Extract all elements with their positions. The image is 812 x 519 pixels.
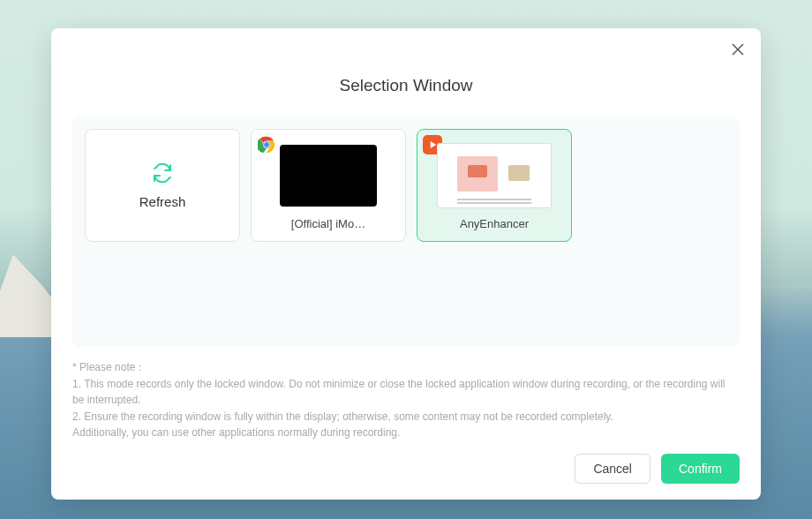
note-line-2: 2. Ensure the recording window is fully … (72, 409, 740, 425)
refresh-icon (152, 162, 173, 184)
window-label: AnyEnhancer (460, 217, 529, 230)
thumbnail-preview (280, 145, 377, 207)
thumbnail-preview (437, 143, 552, 208)
refresh-card[interactable]: Refresh (85, 129, 240, 242)
selection-window-dialog: Selection Window Refresh (51, 28, 761, 500)
window-thumbnail (434, 141, 554, 210)
window-thumbnail (268, 141, 388, 210)
refresh-label: Refresh (139, 194, 186, 209)
window-selection-grid: Refresh [Official] iMo… (72, 117, 740, 347)
window-card-anyenhancer[interactable]: AnyEnhancer (417, 129, 572, 242)
cancel-button[interactable]: Cancel (575, 454, 650, 484)
confirm-button[interactable]: Confirm (661, 454, 740, 484)
note-line-1: 1. This mode records only the locked win… (72, 376, 740, 409)
window-card-chrome[interactable]: [Official] iMo… (251, 129, 406, 242)
note-line-3: Additionally, you can use other applicat… (72, 425, 740, 441)
window-label: [Official] iMo… (291, 217, 365, 230)
close-button[interactable] (729, 41, 747, 58)
dialog-button-row: Cancel Confirm (72, 454, 740, 484)
notes-section: * Please note： 1. This mode records only… (72, 359, 740, 441)
dialog-title: Selection Window (72, 76, 740, 95)
note-header: * Please note： (72, 359, 740, 376)
close-icon (732, 43, 744, 56)
